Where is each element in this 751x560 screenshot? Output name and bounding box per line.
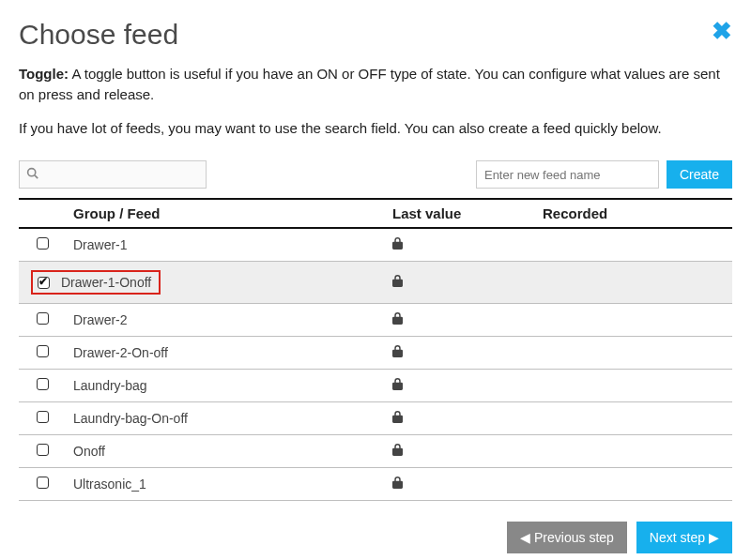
feed-checkbox[interactable] [37, 477, 49, 489]
last-value-cell [385, 304, 535, 337]
table-row[interactable]: Drawer-1 [19, 228, 732, 262]
toggle-label: Toggle: [19, 66, 69, 82]
table-row[interactable]: Laundry-bag-On-off [19, 402, 732, 435]
lock-icon [392, 412, 403, 426]
table-row[interactable]: Drawer-2-On-off [19, 337, 732, 370]
feed-checkbox[interactable] [37, 444, 49, 456]
recorded-cell [535, 228, 732, 262]
lock-icon [392, 445, 403, 459]
lock-icon [392, 238, 403, 252]
search-hint: If you have lot of feeds, you may want t… [19, 118, 732, 139]
search-icon [26, 167, 38, 182]
feed-checkbox[interactable] [37, 312, 49, 325]
feed-checkbox[interactable] [37, 411, 49, 423]
col-last-value: Last value [385, 199, 535, 228]
svg-line-1 [35, 175, 38, 178]
last-value-cell [385, 262, 535, 304]
recorded-cell [535, 402, 732, 435]
create-button[interactable]: Create [667, 160, 732, 189]
last-value-cell [385, 337, 535, 370]
feed-checkbox[interactable] [38, 277, 50, 289]
table-row[interactable]: Drawer-1-Onoff [19, 262, 732, 304]
recorded-cell [535, 468, 732, 501]
feed-name: Onoff [73, 444, 105, 459]
feed-checkbox[interactable] [37, 345, 49, 357]
recorded-cell [535, 337, 732, 370]
row-checkbox-cell [19, 370, 66, 402]
feed-checkbox[interactable] [37, 237, 49, 250]
page-title: Choose feed [19, 19, 178, 51]
row-checkbox-cell [19, 228, 66, 262]
recorded-cell [535, 262, 732, 304]
new-feed-name-input[interactable] [476, 160, 659, 189]
recorded-cell [535, 304, 732, 337]
lock-icon [392, 379, 403, 393]
feed-name: Drawer-1-Onoff [61, 275, 151, 290]
chevron-left-icon: ◀ [520, 530, 530, 545]
row-checkbox-cell [19, 468, 66, 501]
table-row[interactable]: Onoff [19, 435, 732, 468]
recorded-cell [535, 370, 732, 402]
feed-name: Drawer-1 [73, 237, 128, 252]
last-value-cell [385, 468, 535, 501]
last-value-cell [385, 435, 535, 468]
previous-step-label: Previous step [534, 530, 614, 545]
row-checkbox-cell [19, 337, 66, 370]
lock-icon [392, 276, 403, 290]
col-recorded: Recorded [535, 199, 732, 228]
row-checkbox-cell [19, 435, 66, 468]
close-icon[interactable]: ✖ [712, 19, 732, 43]
feeds-table: Group / Feed Last value Recorded Drawer-… [19, 198, 732, 501]
lock-icon [392, 313, 403, 327]
previous-step-button[interactable]: ◀ Previous step [507, 522, 627, 553]
col-checkbox [19, 199, 66, 228]
chevron-right-icon: ▶ [709, 530, 719, 545]
feed-name: Drawer-2 [73, 312, 128, 327]
feed-name: Laundry-bag-On-off [73, 411, 188, 426]
row-checkbox-cell: Drawer-1-Onoff [19, 262, 385, 304]
recorded-cell [535, 435, 732, 468]
row-checkbox-cell [19, 304, 66, 337]
lock-icon [392, 346, 403, 360]
feed-name: Ultrasonic_1 [73, 477, 146, 492]
svg-point-0 [28, 169, 36, 176]
feed-checkbox[interactable] [37, 378, 49, 390]
next-step-label: Next step [650, 530, 705, 545]
row-checkbox-cell [19, 402, 66, 435]
search-input[interactable] [19, 160, 207, 189]
search-box [19, 160, 207, 189]
last-value-cell [385, 228, 535, 262]
feed-name: Drawer-2-On-off [73, 345, 168, 360]
lock-icon [392, 477, 403, 492]
last-value-cell [385, 402, 535, 435]
col-group-feed: Group / Feed [66, 199, 385, 228]
toggle-description: Toggle: A toggle button is useful if you… [19, 64, 732, 105]
feed-name: Laundry-bag [73, 378, 147, 393]
highlight-box: Drawer-1-Onoff [31, 270, 161, 295]
toggle-text: A toggle button is useful if you have an… [19, 66, 720, 102]
table-row[interactable]: Drawer-2 [19, 304, 732, 337]
last-value-cell [385, 370, 535, 402]
table-row[interactable]: Laundry-bag [19, 370, 732, 402]
table-row[interactable]: Ultrasonic_1 [19, 468, 732, 501]
next-step-button[interactable]: Next step ▶ [636, 522, 732, 553]
